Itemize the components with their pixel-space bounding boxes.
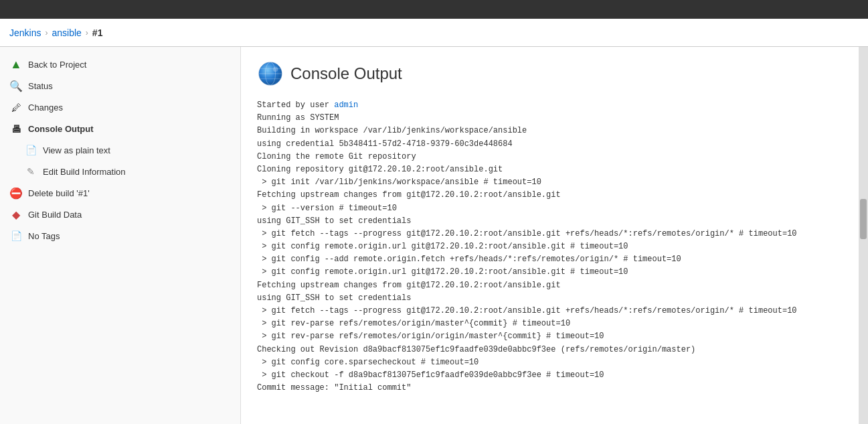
sidebar-item-console-output[interactable]: 🖶 Console Output [0, 118, 240, 139]
sidebar-label-edit-build-info: Edit Build Information [43, 167, 126, 177]
magnifier-green-icon: 🔍 [9, 79, 23, 92]
sidebar-label-no-tags: No Tags [28, 231, 60, 241]
pencil-gray2-icon: ✎ [24, 165, 37, 178]
sidebar-label-delete-build: Delete build '#1' [28, 188, 90, 198]
console-line-1: Started by user admin Running as SYSTEM … [257, 100, 797, 393]
sidebar-label-status: Status [28, 81, 53, 91]
page-heading: Console Output [290, 64, 402, 83]
breadcrumb-sep-1: › [45, 28, 48, 38]
top-bar [0, 0, 868, 19]
breadcrumb-bar: Jenkins › ansible › #1 [0, 19, 868, 47]
scrollbar-thumb[interactable] [860, 199, 867, 239]
admin-link[interactable]: admin [334, 100, 358, 110]
main-layout: ▲ Back to Project 🔍 Status 🖉 Changes 🖶 C… [0, 47, 868, 424]
git-red-icon: ◆ [9, 208, 23, 221]
doc-dark-icon: 📄 [9, 229, 23, 242]
no-red-icon: ⛔ [9, 186, 23, 200]
doc-gray-icon: 📄 [24, 143, 37, 157]
monitor-dark-icon: 🖶 [9, 122, 23, 135]
console-output-text: Started by user admin Running as SYSTEM … [257, 99, 843, 395]
arrow-up-green-icon: ▲ [9, 58, 23, 71]
content-area: Console Output Started by user admin Run… [241, 47, 859, 424]
sidebar-label-back-to-project: Back to Project [28, 60, 86, 70]
sidebar-label-git-build-data: Git Build Data [28, 210, 82, 220]
breadcrumb-sep-2: › [86, 28, 88, 38]
sidebar-label-console-output: Console Output [28, 124, 94, 134]
sidebar-label-changes: Changes [28, 102, 63, 113]
breadcrumb-ansible[interactable]: ansible [52, 27, 81, 38]
svg-point-5 [273, 67, 278, 72]
sidebar-item-status[interactable]: 🔍 Status [0, 75, 240, 96]
sidebar-item-changes[interactable]: 🖉 Changes [0, 96, 240, 118]
globe-icon [257, 60, 284, 87]
scrollbar-track[interactable] [859, 47, 868, 424]
sidebar-item-delete-build[interactable]: ⛔ Delete build '#1' [0, 182, 240, 204]
sidebar-item-view-plain-text[interactable]: 📄 View as plain text [0, 139, 240, 161]
breadcrumb-jenkins[interactable]: Jenkins [9, 27, 41, 38]
sidebar-label-view-plain-text: View as plain text [43, 145, 110, 155]
sidebar-item-no-tags[interactable]: 📄 No Tags [0, 225, 240, 246]
breadcrumb-build: #1 [92, 27, 103, 38]
sidebar-item-edit-build-info[interactable]: ✎ Edit Build Information [0, 161, 240, 182]
sidebar-item-git-build-data[interactable]: ◆ Git Build Data [0, 204, 240, 225]
pencil-gray-icon: 🖉 [9, 100, 23, 114]
sidebar-item-back-to-project[interactable]: ▲ Back to Project [0, 54, 240, 75]
page-title-container: Console Output [257, 60, 843, 87]
sidebar: ▲ Back to Project 🔍 Status 🖉 Changes 🖶 C… [0, 47, 241, 424]
